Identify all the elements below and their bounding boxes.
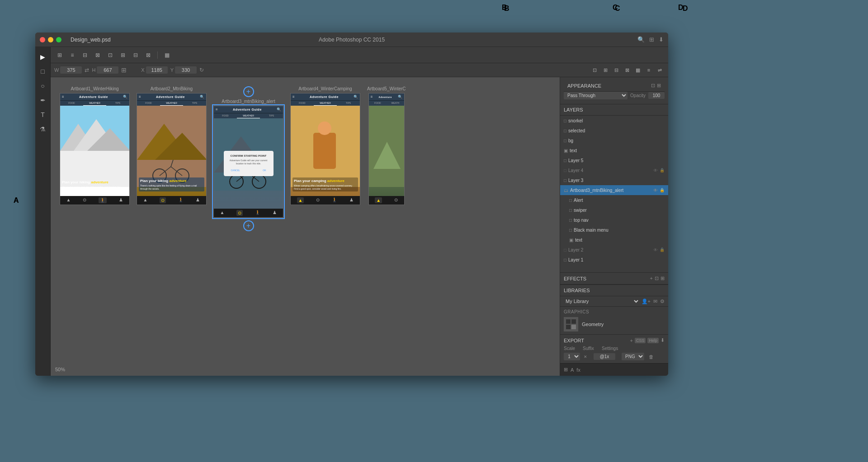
geometry-item[interactable]: Geometry xyxy=(564,317,665,331)
layer-layer4[interactable]: □ Layer 4 👁 🔒 xyxy=(560,165,668,175)
export-download-icon[interactable]: ⬇ xyxy=(660,337,665,343)
select-tool[interactable]: ▶ xyxy=(37,51,49,63)
link-proportions-icon[interactable]: ⇄ xyxy=(85,67,89,73)
y-input[interactable] xyxy=(175,66,197,74)
text-tool[interactable]: T xyxy=(37,108,49,121)
align-left-icon[interactable]: ⊞ xyxy=(54,50,65,61)
layer-layer2-lock[interactable]: 🔒 xyxy=(660,247,665,252)
library-select[interactable]: My Library xyxy=(564,298,640,304)
mask-icon[interactable]: ⊟ xyxy=(611,65,621,75)
layer-swiper[interactable]: □ swiper xyxy=(560,205,668,215)
swap-icon[interactable]: ⇌ xyxy=(655,65,665,75)
artboard-2[interactable]: ≡ Adventure Guide 🔍 FOOD WEATHER TIPS xyxy=(137,93,207,205)
layer-text2[interactable]: ▣ text xyxy=(560,235,668,245)
library-mail-icon[interactable]: ✉ xyxy=(653,299,657,304)
layer-artboard3-lock[interactable]: 🔒 xyxy=(660,188,665,192)
x-input[interactable] xyxy=(146,66,168,74)
layer-layer4-lock[interactable]: 🔒 xyxy=(660,168,665,173)
layer-layer4-eye[interactable]: 👁 xyxy=(653,168,658,173)
scale-select[interactable]: 1 xyxy=(564,353,580,360)
layer-layer2[interactable]: □ Layer 2 👁 🔒 xyxy=(560,245,668,255)
align2-icon[interactable]: ≡ xyxy=(644,65,654,75)
format-select[interactable]: PNG xyxy=(622,353,644,360)
appearance-paste-icon[interactable]: ⊞ xyxy=(657,83,661,89)
arrange-icon[interactable]: ⊞ xyxy=(649,36,654,43)
artboard-4[interactable]: ≡ Adventure Guide 🔍 FOOD WEATHER TIPS xyxy=(290,93,360,205)
layer-snorkel[interactable]: □ snorkel xyxy=(560,116,668,126)
align-bottom-icon[interactable]: ⊞ xyxy=(118,50,128,61)
eyedropper-tool[interactable]: ⚗ xyxy=(37,123,49,135)
export-css-btn[interactable]: CSS xyxy=(635,338,646,343)
layer-bg[interactable]: □ bg xyxy=(560,135,668,145)
align-right-icon[interactable]: ⊟ xyxy=(80,50,90,61)
artboard1-hero: Plan your hiking adventure Zip up your j… xyxy=(60,106,129,196)
artboard2-tab-weather: WEATHER xyxy=(160,101,183,106)
adjust-icon[interactable]: ⊠ xyxy=(622,65,632,75)
pen-tool[interactable]: ✒ xyxy=(37,94,49,107)
export-help-btn[interactable]: Help xyxy=(647,338,659,343)
layer-layer4-icon: □ xyxy=(564,168,566,173)
chart2-icon[interactable]: ▦ xyxy=(633,65,643,75)
blend-row: Pass Through Opacity xyxy=(564,92,665,99)
distribute-icon[interactable]: ⊠ xyxy=(92,50,103,61)
search-icon[interactable]: 🔍 xyxy=(637,36,645,43)
fx-icon[interactable]: fx xyxy=(576,367,580,373)
artboard2-footer: ▲ ⊙ 🚶 ♟ xyxy=(137,196,206,205)
layer-artboard3-eye[interactable]: 👁 xyxy=(653,188,658,193)
maximize-button[interactable] xyxy=(56,37,61,42)
layer-blackmenu[interactable]: □ Black main menu xyxy=(560,225,668,235)
opacity-input[interactable] xyxy=(648,92,665,99)
grid-icon[interactable]: ⊞ xyxy=(121,66,127,74)
layer-layer5[interactable]: □ Layer 5 xyxy=(560,155,668,165)
minimize-button[interactable] xyxy=(48,37,53,42)
add-artboard-bottom-button[interactable]: + xyxy=(243,220,254,231)
layer-alert[interactable]: □ Alert xyxy=(560,195,668,205)
layer-layer2-eye[interactable]: 👁 xyxy=(653,247,658,252)
paste-icon[interactable]: ⊞ xyxy=(600,65,610,75)
libraries-section: LIBRARIES My Library 👤+ ✉ ⚙ xyxy=(560,285,668,334)
export-delete-icon[interactable]: 🗑 xyxy=(649,354,654,359)
artboard1-tabs: FOOD WEATHER TIPS xyxy=(60,100,129,106)
width-input[interactable] xyxy=(60,66,82,74)
chart-icon[interactable]: ▦ xyxy=(161,50,172,61)
rotate-icon[interactable]: ↻ xyxy=(199,67,204,73)
text-layer-icon[interactable]: A xyxy=(571,367,574,373)
layer-topnav[interactable]: □ top nav xyxy=(560,215,668,225)
space-horiz-icon[interactable]: ⊟ xyxy=(130,50,141,61)
ellipse-tool[interactable]: ○ xyxy=(37,79,49,92)
new-group-icon[interactable]: ⊞ xyxy=(564,367,568,373)
effects-paste-icon[interactable]: ⊞ xyxy=(660,275,665,281)
close-button[interactable] xyxy=(40,37,45,42)
layer-layer3[interactable]: □ Layer 3 xyxy=(560,175,668,185)
layer-layer1[interactable]: □ Layer 1 xyxy=(560,255,668,265)
artboard-3[interactable]: ≡ Adventure Guide 🔍 FOOD WEATHER TIPS xyxy=(213,106,283,218)
height-input[interactable] xyxy=(97,66,118,74)
layer-alert-name: Alert xyxy=(574,198,665,203)
align-top-icon[interactable]: ⊡ xyxy=(105,50,116,61)
alert-cancel-button[interactable]: CANCEL xyxy=(228,168,243,173)
blend-mode-select[interactable]: Pass Through xyxy=(564,92,627,99)
copy-icon[interactable]: ⊡ xyxy=(590,65,599,75)
effects-add-icon[interactable]: + xyxy=(650,275,653,281)
rectangle-tool[interactable]: □ xyxy=(37,65,49,78)
effects-copy-icon[interactable]: ⊡ xyxy=(655,275,659,281)
layer-selected[interactable]: □ selected xyxy=(560,126,668,135)
artboard3-mockup: ≡ Adventure Guide 🔍 FOOD WEATHER TIPS xyxy=(214,106,283,217)
download-icon[interactable]: ⬇ xyxy=(659,36,664,43)
library-settings-icon[interactable]: ⚙ xyxy=(660,299,665,304)
footer-icon-b3: 🚶 xyxy=(255,210,260,216)
suffix-input[interactable] xyxy=(594,353,615,360)
add-artboard-top-button[interactable]: + xyxy=(243,86,254,97)
layer-layer4-name: Layer 4 xyxy=(568,168,651,173)
layer-text[interactable]: ▣ text xyxy=(560,145,668,155)
library-invite-icon[interactable]: 👤+ xyxy=(642,299,651,304)
height-group: H xyxy=(92,66,118,74)
appearance-copy-icon[interactable]: ⊡ xyxy=(651,83,655,89)
alert-ok-button[interactable]: OK xyxy=(260,168,269,173)
artboard-5[interactable]: ≡ Adventure 🔍 FOOD WEATH xyxy=(368,93,405,205)
align-center-icon[interactable]: ≡ xyxy=(67,50,78,61)
artboard-1[interactable]: ≡ Adventure Guide 🔍 FOOD WEATHER TIPS xyxy=(60,93,130,205)
layer-artboard3[interactable]: 🗂 Artboard3_mtnBiking_alert 👁 🔒 xyxy=(560,185,668,195)
space-vert-icon[interactable]: ⊠ xyxy=(143,50,154,61)
export-add-icon[interactable]: + xyxy=(630,338,633,343)
